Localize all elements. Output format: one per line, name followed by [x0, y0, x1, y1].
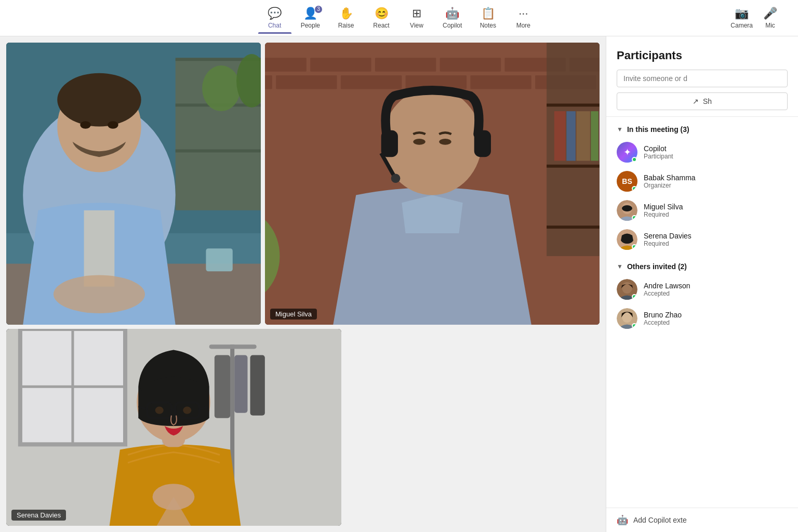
serena-info: Serena Davies Required [644, 232, 788, 247]
toolbar-right: 📷 Camera 🎤 Mic [730, 7, 777, 29]
svg-point-14 [80, 121, 91, 129]
svg-rect-39 [547, 165, 600, 168]
svg-point-13 [57, 73, 141, 127]
people-button[interactable]: 👤 People 3 [294, 3, 327, 33]
copilot-status-dot [632, 157, 637, 162]
copilot-icon: 🤖 [445, 7, 459, 20]
react-icon: 😊 [375, 7, 389, 20]
andre-status-dot [632, 294, 637, 299]
view-button[interactable]: ⊞ View [400, 3, 433, 33]
serena-role: Required [644, 240, 788, 247]
camera-icon: 📷 [735, 7, 749, 20]
share-icon: ↗ [693, 97, 699, 105]
video-row-bottom: Serena Davies [6, 329, 600, 526]
raise-button[interactable]: ✋ Raise [329, 3, 363, 33]
participant-bruno[interactable]: Bruno Zhao Accepted [606, 304, 798, 333]
others-chevron: ▼ [617, 263, 623, 270]
svg-rect-31 [276, 75, 337, 89]
svg-rect-62 [209, 344, 257, 349]
svg-rect-24 [310, 58, 371, 71]
people-badge: 3 [315, 6, 322, 13]
camera-button[interactable]: 📷 Camera [730, 7, 753, 29]
andre-name: Andre Lawson [644, 282, 788, 290]
video-canvas-miguel [265, 43, 600, 325]
chat-icon: 💬 [268, 7, 282, 20]
miguel-status-dot [632, 215, 637, 220]
bruno-status-dot [632, 323, 637, 328]
participant-serena[interactable]: Serena Davies Required [606, 225, 798, 254]
copilot-avatar [617, 142, 637, 163]
svg-rect-50 [381, 130, 398, 157]
andre-avatar [617, 279, 637, 300]
bruno-info: Bruno Zhao Accepted [644, 311, 788, 326]
svg-rect-23 [265, 58, 307, 71]
participant-copilot[interactable]: Copilot Participant [606, 138, 798, 167]
serena-status-dot [632, 244, 637, 249]
bruno-status: Accepted [644, 319, 788, 326]
svg-point-17 [54, 275, 145, 313]
svg-point-75 [183, 407, 191, 414]
video-area: Miguel Silva [0, 36, 606, 532]
svg-point-15 [108, 121, 118, 129]
svg-point-83 [622, 282, 632, 294]
more-button[interactable]: ··· More [507, 3, 540, 33]
bruno-name: Bruno Zhao [644, 311, 788, 319]
view-label: View [410, 22, 423, 29]
participants-panel: Participants ↗ Sh ▼ In this meeting (3) … [606, 36, 798, 532]
svg-rect-65 [250, 355, 265, 416]
video-canvas-serena [6, 329, 341, 526]
video-canvas-person1 [6, 43, 261, 325]
babak-status-dot [632, 186, 637, 191]
svg-rect-51 [474, 130, 491, 157]
video-row-top: Miguel Silva [6, 43, 600, 325]
share-label: Sh [703, 97, 712, 105]
invite-input[interactable] [617, 70, 788, 87]
svg-rect-30 [265, 75, 272, 89]
copilot-info: Copilot Participant [644, 144, 788, 160]
svg-point-6 [202, 65, 240, 111]
more-icon: ··· [518, 7, 528, 20]
svg-rect-63 [215, 355, 230, 418]
serena-avatar [617, 229, 637, 250]
babak-role: Organizer [644, 182, 788, 189]
svg-rect-45 [599, 111, 600, 161]
react-label: React [373, 22, 389, 29]
participant-babak[interactable]: BS Babak Shamma Organizer [606, 167, 798, 196]
serena-name-label: Serena Davies [11, 510, 66, 521]
serena-participant-name: Serena Davies [644, 232, 788, 240]
andre-info: Andre Lawson Accepted [644, 282, 788, 297]
svg-rect-64 [234, 355, 247, 413]
svg-point-53 [391, 174, 401, 183]
svg-rect-42 [566, 111, 576, 161]
add-copilot-footer[interactable]: 🤖 Add Copilot exte [606, 508, 798, 532]
svg-point-55 [439, 139, 451, 145]
main-content: Miguel Silva [0, 36, 798, 532]
toolbar-center: 💬 Chat 👤 People 3 ✋ Raise 😊 React ⊞ View… [258, 3, 540, 33]
svg-rect-44 [591, 111, 598, 161]
in-meeting-section-header[interactable]: ▼ In this meeting (3) [606, 117, 798, 138]
babak-initials: BS [622, 177, 632, 185]
svg-rect-38 [547, 103, 600, 107]
babak-avatar: BS [617, 171, 637, 192]
copilot-button[interactable]: 🤖 Copilot [435, 3, 469, 33]
notes-icon: 📋 [481, 7, 495, 20]
share-button[interactable]: ↗ Sh [617, 92, 788, 110]
svg-rect-5 [176, 149, 261, 152]
chat-button[interactable]: 💬 Chat [258, 3, 291, 33]
notes-label: Notes [480, 22, 496, 29]
camera-label: Camera [730, 22, 753, 29]
svg-point-74 [155, 407, 164, 414]
copilot-role: Participant [644, 153, 788, 160]
participant-andre[interactable]: Andre Lawson Accepted [606, 275, 798, 304]
video-tile-person1 [6, 43, 261, 325]
others-invited-section-header[interactable]: ▼ Others invited (2) [606, 254, 798, 275]
add-copilot-label: Add Copilot exte [633, 516, 687, 524]
participant-miguel[interactable]: Miguel Silva Required [606, 196, 798, 225]
svg-rect-40 [547, 225, 600, 229]
people-label: People [301, 22, 320, 29]
sidebar-header: Participants ↗ Sh [606, 36, 798, 117]
notes-button[interactable]: 📋 Notes [471, 3, 504, 33]
mic-button[interactable]: 🎤 Mic [763, 7, 777, 29]
react-button[interactable]: 😊 React [365, 3, 398, 33]
miguel-avatar [617, 200, 637, 221]
